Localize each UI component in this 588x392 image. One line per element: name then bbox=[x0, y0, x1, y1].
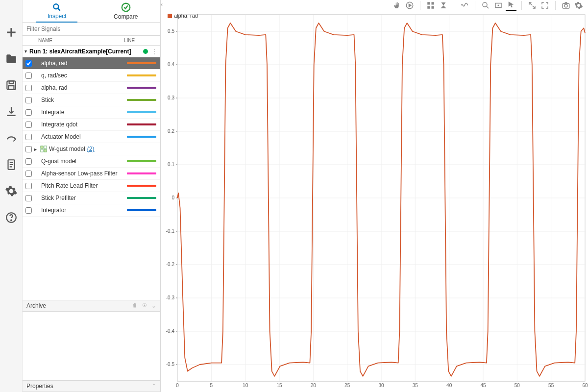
filter-signals-input[interactable] bbox=[23, 23, 160, 36]
expand-icon[interactable] bbox=[527, 0, 538, 11]
plot-toolbar bbox=[161, 0, 588, 11]
signal-count[interactable]: (2) bbox=[87, 146, 95, 152]
signal-row[interactable]: q, rad/sec bbox=[23, 70, 160, 82]
signal-row[interactable]: alpha, rad bbox=[23, 82, 160, 94]
pan-hand-icon[interactable] bbox=[392, 0, 402, 11]
archive-settings-icon[interactable] bbox=[142, 302, 147, 310]
svg-text:20: 20 bbox=[311, 383, 317, 388]
svg-text:35: 35 bbox=[413, 383, 418, 388]
signal-row[interactable]: Q-gust model bbox=[23, 155, 160, 168]
fit-icon[interactable] bbox=[493, 0, 504, 11]
svg-text:40: 40 bbox=[446, 383, 452, 388]
signal-line-swatch bbox=[127, 111, 156, 113]
save-icon[interactable] bbox=[3, 77, 19, 93]
tab-inspect[interactable]: Inspect bbox=[23, 0, 92, 22]
archive-header[interactable]: Archive ⌄ bbox=[23, 300, 160, 312]
signal-row[interactable]: Integrator bbox=[23, 204, 160, 217]
signal-line-swatch bbox=[127, 209, 156, 211]
signal-row[interactable]: Pitch Rate Lead Filter bbox=[23, 180, 160, 192]
signal-line-swatch bbox=[127, 185, 156, 187]
signal-checkbox[interactable] bbox=[23, 85, 34, 91]
signal-checkbox[interactable] bbox=[23, 109, 34, 116]
signal-row[interactable]: Stick Prefilter bbox=[23, 192, 160, 204]
svg-text:45: 45 bbox=[480, 383, 486, 388]
plot-settings-icon[interactable] bbox=[573, 0, 584, 11]
plot-svg: 051015202530354045505560-0.5-0.4-0.3-0.2… bbox=[161, 11, 588, 392]
signal-name: q, rad/sec bbox=[41, 72, 127, 79]
help-icon[interactable] bbox=[3, 210, 19, 225]
block-icon bbox=[40, 146, 47, 152]
svg-rect-15 bbox=[432, 2, 434, 4]
signal-line-swatch bbox=[127, 123, 156, 125]
tab-compare-label: Compare bbox=[114, 13, 138, 20]
signal-checkbox[interactable] bbox=[23, 158, 34, 165]
run-menu-icon[interactable]: ⋮ bbox=[151, 48, 160, 55]
svg-text:50: 50 bbox=[514, 383, 520, 388]
signal-checkbox[interactable] bbox=[23, 146, 34, 152]
signal-checkbox[interactable] bbox=[23, 73, 34, 79]
import-icon[interactable] bbox=[3, 104, 19, 120]
play-icon[interactable] bbox=[404, 0, 415, 11]
signal-checkbox[interactable] bbox=[23, 195, 34, 201]
plot-area[interactable]: alpha, rad 051015202530354045505560-0.5-… bbox=[161, 11, 588, 392]
signal-line-swatch bbox=[127, 160, 156, 162]
maximize-icon[interactable] bbox=[539, 0, 550, 11]
signal-checkbox[interactable] bbox=[23, 207, 34, 214]
signal-checkbox[interactable] bbox=[23, 97, 34, 103]
chevron-up-icon[interactable]: ⌃ bbox=[151, 383, 156, 390]
svg-point-18 bbox=[483, 2, 487, 7]
signal-checkbox[interactable] bbox=[23, 134, 34, 140]
archive-body bbox=[23, 312, 160, 380]
signal-line-swatch bbox=[127, 136, 156, 138]
signal-checkbox[interactable] bbox=[23, 183, 34, 189]
signal-type-icon[interactable] bbox=[459, 0, 470, 11]
svg-text:0: 0 bbox=[176, 383, 179, 388]
signal-row[interactable]: Integrate bbox=[23, 106, 160, 119]
clear-icon[interactable] bbox=[438, 0, 449, 11]
signal-row[interactable]: Actuator Model bbox=[23, 131, 160, 143]
zoom-icon[interactable] bbox=[480, 0, 491, 11]
svg-text:0: 0 bbox=[172, 195, 174, 200]
svg-text:-0.1: -0.1 bbox=[166, 228, 175, 234]
signal-name: Integrator bbox=[41, 207, 127, 214]
svg-text:0.2: 0.2 bbox=[168, 128, 174, 134]
expand-icon[interactable]: ▸ bbox=[34, 147, 40, 152]
signal-row[interactable]: alpha, rad bbox=[23, 57, 160, 70]
signal-row[interactable]: Alpha-sensor Low-pass Filter bbox=[23, 168, 160, 180]
signal-name: Stick bbox=[41, 97, 127, 103]
signal-name: alpha, rad bbox=[41, 84, 127, 91]
signal-row[interactable]: Stick bbox=[23, 94, 160, 106]
tab-compare[interactable]: Compare bbox=[92, 0, 161, 22]
properties-label: Properties bbox=[26, 383, 53, 390]
svg-rect-10 bbox=[41, 149, 43, 152]
signal-checkbox[interactable] bbox=[23, 171, 34, 177]
signal-row[interactable]: Integrate qdot bbox=[23, 119, 160, 131]
signal-line-swatch bbox=[127, 74, 156, 76]
properties-header[interactable]: Properties ⌃ bbox=[23, 380, 160, 392]
run-row[interactable]: ▾ Run 1: slexAircraftExample[Current] ⋮ bbox=[23, 46, 160, 57]
signal-checkbox[interactable] bbox=[23, 60, 34, 67]
export-icon[interactable] bbox=[3, 130, 19, 146]
pointer-icon[interactable] bbox=[506, 0, 516, 11]
signal-checkbox[interactable] bbox=[23, 122, 34, 128]
trash-icon[interactable] bbox=[132, 302, 138, 310]
new-icon[interactable] bbox=[3, 24, 19, 40]
signal-line-swatch bbox=[127, 197, 156, 199]
svg-text:0.1: 0.1 bbox=[168, 162, 174, 167]
report-icon[interactable] bbox=[3, 157, 19, 172]
signal-row[interactable]: ▸W-gust model(2) bbox=[23, 143, 160, 155]
open-folder-icon[interactable] bbox=[3, 51, 19, 67]
chevron-down-icon[interactable]: ⌄ bbox=[151, 302, 156, 309]
snapshot-icon[interactable] bbox=[561, 0, 571, 11]
expand-triangle-icon[interactable]: ▾ bbox=[24, 49, 29, 54]
svg-rect-17 bbox=[432, 6, 434, 9]
col-line[interactable]: LINE bbox=[124, 38, 160, 43]
sidebar-collapse-icon[interactable]: ‹ bbox=[161, 1, 166, 8]
layout-grid-icon[interactable] bbox=[425, 0, 436, 11]
svg-text:0.3: 0.3 bbox=[168, 95, 174, 100]
signal-name: Actuator Model bbox=[41, 133, 127, 140]
signal-list: ▾ Run 1: slexAircraftExample[Current] ⋮ … bbox=[23, 46, 160, 300]
signal-name: Pitch Rate Lead Filter bbox=[41, 182, 127, 189]
col-name[interactable]: NAME bbox=[34, 38, 124, 43]
settings-icon[interactable] bbox=[3, 183, 19, 199]
